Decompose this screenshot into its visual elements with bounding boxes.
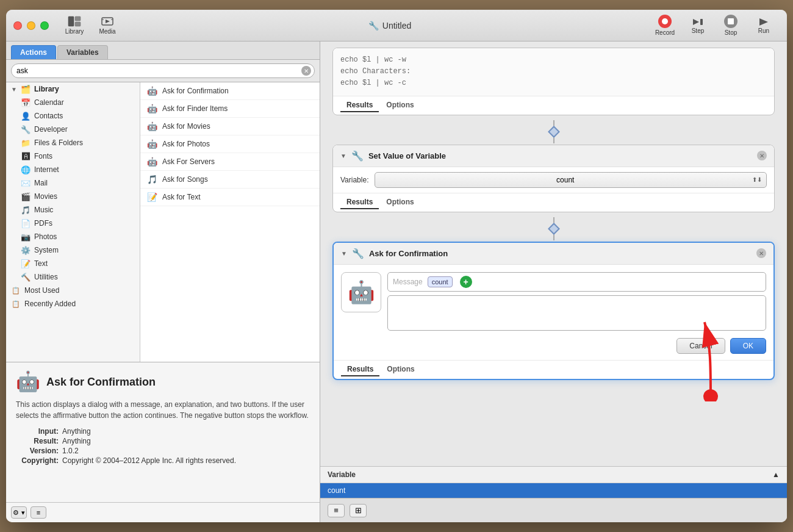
set-variable-close-button[interactable]: ✕ bbox=[757, 151, 767, 160]
shell-options-tab[interactable]: Options bbox=[380, 99, 420, 112]
library-item-music[interactable]: 🎵 Music bbox=[6, 203, 140, 217]
step-button[interactable]: Step bbox=[682, 13, 714, 38]
svg-point-11 bbox=[703, 389, 718, 401]
result-icon: 📝 bbox=[146, 192, 157, 203]
result-ask-movies[interactable]: 🤖 Ask for Movies bbox=[140, 118, 320, 135]
settings-dropdown-button[interactable]: ⚙ ▾ bbox=[11, 506, 27, 519]
main-window: Library Media 🔧 Untitled Recor bbox=[6, 10, 787, 522]
svg-marker-4 bbox=[106, 20, 110, 23]
minimize-button[interactable] bbox=[27, 21, 35, 30]
result-ask-servers[interactable]: 🤖 Ask For Servers bbox=[140, 153, 320, 171]
shell-results-tab[interactable]: Results bbox=[340, 99, 379, 112]
variable-select-box[interactable]: count bbox=[375, 172, 767, 188]
maximize-button[interactable] bbox=[40, 21, 49, 30]
library-item-system[interactable]: ⚙️ System bbox=[6, 243, 140, 257]
library-button[interactable]: Library bbox=[59, 13, 90, 38]
panel-tabs: Actions Variables bbox=[6, 41, 320, 60]
collapse-icon[interactable]: ▼ bbox=[341, 250, 347, 257]
library-item-movies[interactable]: 🎬 Movies bbox=[6, 190, 140, 203]
close-button[interactable] bbox=[13, 21, 22, 30]
library-header-label: Library bbox=[34, 85, 59, 93]
set-variable-icon: 🔧 bbox=[351, 150, 364, 162]
results-panel: 🤖 Ask for Confirmation 🤖 Ask for Finder … bbox=[140, 82, 320, 362]
library-item-label: System bbox=[34, 246, 59, 254]
library-item-pdfs[interactable]: 📄 PDFs bbox=[6, 217, 140, 230]
run-button[interactable]: Run bbox=[748, 13, 780, 38]
search-bar: ✕ bbox=[6, 60, 320, 82]
variable-dropdown-header: Variable ▲ bbox=[320, 467, 787, 483]
message-field[interactable]: Message count + bbox=[387, 272, 766, 292]
svg-rect-1 bbox=[75, 16, 81, 21]
ok-button[interactable]: OK bbox=[730, 338, 766, 354]
ask-confirmation-title: Ask for Confirmation bbox=[369, 249, 752, 258]
info-robot-icon: 🤖 bbox=[16, 370, 40, 394]
library-item-text[interactable]: 📝 Text bbox=[6, 257, 140, 270]
result-label: Result: bbox=[16, 437, 59, 445]
search-clear-button[interactable]: ✕ bbox=[301, 66, 311, 76]
ask-confirmation-options-tab[interactable]: Options bbox=[381, 363, 420, 376]
set-variable-header: ▼ 🔧 Set Value of Variable ✕ bbox=[333, 145, 774, 167]
variables-tab[interactable]: Variables bbox=[57, 45, 108, 59]
svg-rect-8 bbox=[700, 19, 703, 25]
info-action-button[interactable]: ≡ bbox=[30, 506, 46, 519]
result-ask-photos[interactable]: 🤖 Ask for Photos bbox=[140, 135, 320, 153]
library-header[interactable]: ▼ 🗂️ Library bbox=[6, 82, 140, 96]
info-row-version: Version: 1.0.2 bbox=[16, 447, 310, 455]
library-item-contacts[interactable]: 👤 Contacts bbox=[6, 109, 140, 123]
message-add-button[interactable]: + bbox=[460, 276, 472, 288]
collapse-icon[interactable]: ▼ bbox=[340, 153, 346, 159]
connector-2 bbox=[332, 217, 775, 240]
library-item-label: PDFs bbox=[34, 219, 52, 228]
step-label: Step bbox=[692, 27, 705, 34]
stop-button[interactable]: Stop bbox=[715, 13, 747, 38]
library-item-fonts[interactable]: 🅰 Fonts bbox=[6, 149, 140, 163]
connector-diamond bbox=[548, 126, 560, 138]
svg-marker-9 bbox=[759, 18, 768, 26]
shell-line-3: echo $l | wc -c bbox=[340, 77, 767, 89]
variable-dropdown-collapse-icon[interactable]: ▲ bbox=[772, 470, 780, 479]
grid-view-button[interactable]: ⊞ bbox=[350, 504, 367, 517]
set-variable-options-tab[interactable]: Options bbox=[380, 196, 420, 209]
media-button[interactable]: Media bbox=[92, 13, 123, 38]
library-item-label: Internet bbox=[34, 165, 59, 174]
result-ask-songs[interactable]: 🎵 Ask for Songs bbox=[140, 171, 320, 189]
version-label: Version: bbox=[16, 447, 59, 455]
media-label: Media bbox=[99, 28, 115, 35]
explanation-field[interactable] bbox=[387, 295, 766, 331]
library-item-files[interactable]: 📁 Files & Folders bbox=[6, 136, 140, 149]
library-item-utilities[interactable]: 🔨 Utilities bbox=[6, 270, 140, 284]
library-item-recently-added[interactable]: 📋 Recently Added bbox=[6, 297, 140, 311]
info-description: This action displays a dialog with a mes… bbox=[16, 399, 310, 421]
ask-confirmation-close-button[interactable]: ✕ bbox=[756, 248, 766, 258]
set-variable-results-tab[interactable]: Results bbox=[340, 196, 379, 209]
variable-count-item[interactable]: count bbox=[320, 483, 787, 498]
library-item-label: Recently Added bbox=[24, 300, 76, 308]
confirmation-fields: Message count + bbox=[387, 272, 766, 331]
set-variable-title: Set Value of Variable bbox=[368, 151, 752, 160]
result-ask-confirmation[interactable]: 🤖 Ask for Confirmation bbox=[140, 82, 320, 100]
record-button[interactable]: Record bbox=[649, 13, 681, 38]
library-item-label: Utilities bbox=[34, 273, 58, 281]
actions-tab[interactable]: Actions bbox=[11, 45, 56, 59]
ask-confirmation-header: ▼ 🔧 Ask for Confirmation ✕ bbox=[334, 243, 773, 265]
ask-confirmation-results-tab[interactable]: Results bbox=[341, 363, 379, 376]
library-item-calendar[interactable]: 📅 Calendar bbox=[6, 96, 140, 109]
search-input[interactable] bbox=[11, 63, 315, 78]
variable-field-label: Variable: bbox=[340, 176, 368, 184]
library-item-photos[interactable]: 📷 Photos bbox=[6, 230, 140, 243]
library-item-label: Photos bbox=[34, 232, 57, 241]
message-token[interactable]: count bbox=[428, 276, 453, 287]
stop-icon bbox=[724, 15, 737, 28]
library-item-developer[interactable]: 🔧 Developer bbox=[6, 123, 140, 136]
ask-confirmation-icon: 🔧 bbox=[352, 248, 364, 259]
cancel-button[interactable]: Cancel bbox=[676, 338, 725, 354]
info-row-copyright: Copyright: Copyright © 2004–2012 Apple I… bbox=[16, 456, 310, 465]
library-item-internet[interactable]: 🌐 Internet bbox=[6, 163, 140, 176]
result-ask-text[interactable]: 📝 Ask for Text bbox=[140, 189, 320, 206]
result-ask-finder[interactable]: 🤖 Ask for Finder Items bbox=[140, 100, 320, 118]
library-item-most-used[interactable]: 📋 Most Used bbox=[6, 284, 140, 297]
list-view-button[interactable]: ≡ bbox=[328, 504, 345, 517]
library-item-label: Contacts bbox=[34, 112, 63, 120]
svg-rect-0 bbox=[68, 16, 74, 26]
library-item-mail[interactable]: ✉️ Mail bbox=[6, 176, 140, 190]
